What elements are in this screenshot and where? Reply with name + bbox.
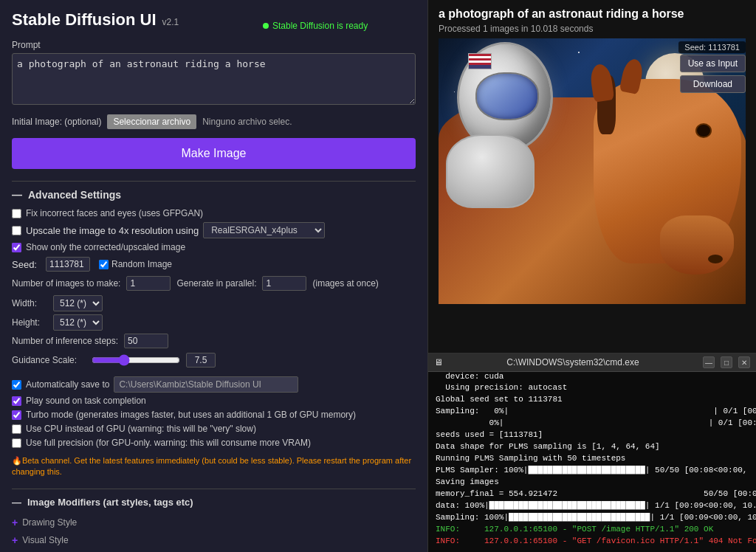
prompt-label: Prompt bbox=[12, 40, 416, 50]
upscale-select[interactable]: RealESRGAN_x4plus bbox=[203, 222, 325, 238]
terminal-line: INFO: 127.0.0.1:65100 - "POST /image HTT… bbox=[436, 524, 749, 536]
guidance-row: Guidance Scale: bbox=[12, 353, 416, 368]
modifier-plus-icon: + bbox=[12, 517, 18, 528]
full-precision-checkbox[interactable] bbox=[12, 438, 21, 448]
advanced-header-label: Advanced Settings bbox=[28, 189, 121, 201]
horse-nostril bbox=[708, 255, 723, 263]
turbo-checkbox[interactable] bbox=[12, 410, 21, 420]
advanced-section: — Advanced Settings Fix incorrect faces … bbox=[12, 181, 416, 368]
num-images-row: Number of images to make: Generate in pa… bbox=[12, 276, 416, 291]
download-button[interactable]: Download bbox=[680, 75, 746, 93]
bottom-options: Automatically save to Play sound on task… bbox=[12, 376, 416, 478]
image-subtitle: Processed 1 images in 10.018 seconds bbox=[428, 24, 756, 38]
seed-badge-overlay: Seed: 1113781 bbox=[678, 41, 746, 53]
width-label: Width: bbox=[12, 298, 49, 308]
terminal-line: PLMS Sampler: 100%|█████████████████████… bbox=[436, 465, 749, 477]
left-panel: Stable Diffusion UI v2.1 Stable Diffusio… bbox=[0, 0, 428, 552]
beta-notice: 🔥Beta channel. Get the latest features i… bbox=[12, 455, 416, 478]
inference-steps-label: Number of inference steps: bbox=[12, 336, 118, 346]
cpu-checkbox[interactable] bbox=[12, 424, 21, 434]
parallel-input[interactable] bbox=[262, 276, 306, 291]
star bbox=[578, 52, 580, 53]
status-row: Stable Diffusion is ready bbox=[263, 21, 368, 31]
helmet-visor bbox=[475, 72, 539, 120]
turbo-label: Turbo mode (generates images faster, but… bbox=[26, 410, 356, 420]
initial-image-label: Initial Image: (optional) bbox=[12, 117, 101, 127]
upscale-checkbox[interactable] bbox=[12, 226, 21, 235]
app-version: v2.1 bbox=[162, 17, 179, 27]
terminal-icon: 🖥 bbox=[434, 357, 443, 368]
guidance-slider[interactable] bbox=[92, 354, 180, 366]
file-select-button[interactable]: Seleccionar archivo bbox=[107, 114, 196, 129]
cpu-row: Use CPU instead of GPU (warning: this wi… bbox=[12, 424, 416, 434]
guidance-value-input[interactable] bbox=[186, 353, 216, 368]
show-filtered-row: Show only the corrected/upscaled image bbox=[12, 242, 416, 252]
modifiers-list: +Drawing Style+Visual Style+Pen+Carving … bbox=[12, 514, 416, 552]
inference-steps-input[interactable] bbox=[124, 334, 168, 348]
terminal-section: 🖥 C:\WINDOWS\system32\cmd.exe — □ ✕ prec… bbox=[428, 353, 756, 552]
width-row: Width: 512 (*) bbox=[12, 295, 416, 311]
auto-save-path-input[interactable] bbox=[114, 376, 298, 393]
modifier-item[interactable]: +Visual Style bbox=[12, 531, 416, 549]
horse-eye bbox=[695, 123, 712, 138]
image-title: a photograph of an astronaut riding a ho… bbox=[428, 0, 756, 24]
auto-save-row: Automatically save to bbox=[12, 376, 416, 393]
upscale-row: Upscale the image to 4x resolution using… bbox=[12, 222, 416, 238]
terminal-line: Running PLMS Sampling with 50 timesteps bbox=[436, 453, 749, 465]
show-filtered-checkbox[interactable] bbox=[12, 243, 21, 252]
play-sound-label: Play sound on task completion bbox=[26, 396, 146, 406]
seed-label: Seed: bbox=[12, 259, 37, 270]
prompt-input[interactable] bbox=[12, 53, 416, 105]
full-precision-row: Use full precision (for GPU-only. warnin… bbox=[12, 438, 416, 448]
terminal-line: 0%| | 0/1 [00:00<?, ?it/s] bbox=[436, 418, 749, 429]
fix-faces-checkbox[interactable] bbox=[12, 209, 21, 218]
seed-inference-row: Seed: Random Image bbox=[12, 257, 416, 272]
modifier-label: Visual Style bbox=[22, 535, 68, 545]
terminal-close-button[interactable]: ✕ bbox=[738, 356, 750, 368]
play-sound-checkbox[interactable] bbox=[12, 396, 21, 406]
terminal-line: Global seed set to 1113781 bbox=[436, 394, 749, 406]
cpu-label: Use CPU instead of GPU (warning: this wi… bbox=[26, 424, 256, 434]
terminal-line: memory_final = 554.921472 50/50 [00:08<0… bbox=[436, 489, 749, 500]
inference-steps-row: Number of inference steps: bbox=[12, 334, 416, 348]
terminal-line: INFO: 127.0.0.1:65100 - "GET /favicon.ic… bbox=[436, 536, 749, 548]
terminal-maximize-button[interactable]: □ bbox=[721, 356, 732, 368]
modifier-item[interactable]: +Pen bbox=[12, 549, 416, 552]
height-select[interactable]: 512 (*) bbox=[53, 314, 103, 331]
use-as-input-button[interactable]: Use as Input bbox=[680, 55, 746, 72]
modifier-label: Drawing Style bbox=[22, 517, 77, 528]
star bbox=[454, 92, 455, 92]
terminal-line: Data shape for PLMS sampling is [1, 4, 6… bbox=[436, 441, 749, 453]
horse-nose bbox=[660, 215, 734, 275]
terminal-minimize-button[interactable]: — bbox=[703, 356, 715, 368]
parallel-label: Generate in parallel: bbox=[176, 278, 256, 289]
num-images-input[interactable] bbox=[126, 276, 171, 291]
file-name-text: Ninguno archivo selec. bbox=[202, 117, 292, 127]
generated-image: Seed: 1113781 Use as Input Download bbox=[439, 38, 746, 304]
image-controls: Use as Input Download bbox=[680, 55, 746, 93]
terminal-line: Saving images bbox=[436, 477, 749, 489]
advanced-header[interactable]: — Advanced Settings bbox=[12, 189, 416, 201]
auto-save-label: Automatically save to bbox=[26, 379, 109, 390]
seed-input[interactable] bbox=[46, 257, 90, 272]
random-image-checkbox[interactable] bbox=[99, 260, 109, 269]
auto-save-checkbox[interactable] bbox=[12, 380, 21, 390]
helmet-flag bbox=[468, 53, 492, 69]
initial-image-row: Initial Image: (optional) Seleccionar ar… bbox=[12, 114, 416, 129]
modifier-item[interactable]: +Drawing Style bbox=[12, 514, 416, 531]
play-sound-row: Play sound on task completion bbox=[12, 396, 416, 406]
upscale-label: Upscale the image to 4x resolution using bbox=[26, 225, 199, 236]
app-title: Stable Diffusion UI bbox=[12, 10, 157, 30]
random-image-row: Random Image bbox=[99, 259, 172, 269]
image-section: a photograph of an astronaut riding a ho… bbox=[428, 0, 756, 353]
terminal-line: device: cuda bbox=[436, 372, 749, 382]
modifiers-header[interactable]: — Image Modifiers (art styles, tags etc) bbox=[12, 497, 416, 508]
show-filtered-label: Show only the corrected/upscaled image bbox=[26, 242, 185, 252]
terminal-line: Sampling: 0%| | 0/1 [00:00<?, ?it/s] bbox=[436, 406, 749, 418]
modifiers-header-label: Image Modifiers (art styles, tags etc) bbox=[27, 497, 193, 508]
width-select[interactable]: 512 (*) bbox=[53, 295, 103, 311]
full-precision-label: Use full precision (for GPU-only. warnin… bbox=[26, 438, 311, 448]
terminal-line: data: 100%|█████████████████████████████… bbox=[436, 500, 749, 512]
make-image-button[interactable]: Make Image bbox=[12, 138, 416, 169]
height-label: Height: bbox=[12, 317, 49, 328]
